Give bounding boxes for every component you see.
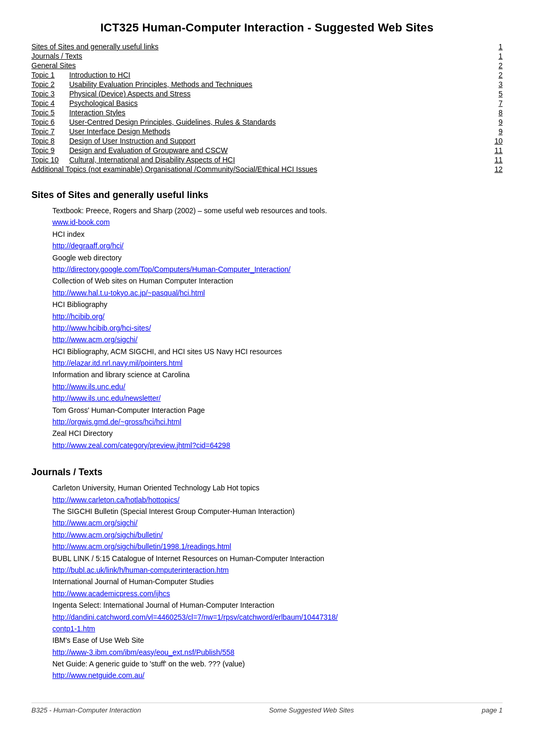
link-hcibib[interactable]: http://hcibib.org/: [52, 312, 105, 321]
toc-row-topic6: Topic 6 User-Centred Design Principles, …: [31, 117, 503, 127]
text-item: Google web directory: [52, 252, 503, 264]
section-heading-journals: Journals / Texts: [31, 467, 503, 478]
footer-center: Some Suggested Web Sites: [269, 706, 354, 714]
section-content-sites: Textbook: Preece, Rogers and Sharp (2002…: [31, 205, 503, 451]
text-item: HCI Bibliography, ACM SIGCHI, and HCI si…: [52, 346, 503, 357]
link-acm-sigchi-2[interactable]: http://www.acm.org/sigchi/: [52, 519, 138, 527]
toc-row-topic9: Topic 9 Design and Evaluation of Groupwa…: [31, 146, 503, 155]
link-netguide[interactable]: http://www.netguide.com.au/: [52, 671, 144, 680]
text-item: The SIGCHI Bulletin (Special Interest Gr…: [52, 506, 503, 517]
section-heading-sites: Sites of Sites and generally useful link…: [31, 190, 503, 201]
text-item: IBM's Ease of Use Web Site: [52, 634, 503, 646]
toc-row-topic1: Topic 1 Introduction to HCI 2: [31, 70, 503, 80]
link-degraaff[interactable]: http://degraaff.org/hci/: [52, 242, 124, 250]
text-item: BUBL LINK / 5:15 Catalogue of Internet R…: [52, 553, 503, 564]
toc-row-journals: Journals / Texts 1: [31, 51, 503, 61]
text-item: Information and library science at Carol…: [52, 369, 503, 380]
text-item: Textbook: Preece, Rogers and Sharp (2002…: [52, 205, 503, 216]
link-ibm[interactable]: http://www-3.ibm.com/ibm/easy/eou_ext.ns…: [52, 648, 235, 656]
toc-row-topic7: Topic 7 User Interface Design Methods 9: [31, 127, 503, 136]
toc-row-additional: Additional Topics (not examinable) Organ…: [31, 165, 503, 174]
link-acm-sigchi-1[interactable]: http://www.acm.org/sigchi/: [52, 335, 138, 344]
toc-row-topic5: Topic 5 Interaction Styles 8: [31, 108, 503, 117]
link-google-dir[interactable]: http://directory.google.com/Top/Computer…: [52, 265, 291, 273]
toc-row-topic8: Topic 8 Design of User Instruction and S…: [31, 136, 503, 146]
footer-right: page 1: [482, 706, 503, 714]
text-item: Collection of Web sites on Human Compute…: [52, 275, 503, 287]
toc-row-topic4: Topic 4 Psychological Basics 7: [31, 98, 503, 108]
text-item: Tom Gross' Human-Computer Interaction Pa…: [52, 404, 503, 416]
link-carleton[interactable]: http://www.carleton.ca/hotlab/hottopics/: [52, 496, 180, 504]
link-ingenta[interactable]: http://dandini.catchword.com/vl=4460253/…: [52, 613, 338, 633]
link-id-book[interactable]: www.id-book.com: [52, 218, 110, 226]
link-sigchi-bulletin[interactable]: http://www.acm.org/sigchi/bulletin/: [52, 531, 163, 539]
text-item: HCI index: [52, 228, 503, 240]
toc-row-topic3: Topic 3 Physical (Device) Aspects and St…: [31, 89, 503, 98]
text-item: Ingenta Select: International Journal of…: [52, 599, 503, 611]
toc-row-topic2: Topic 2 Usability Evaluation Principles,…: [31, 80, 503, 89]
link-sigchi-readings[interactable]: http://www.acm.org/sigchi/bulletin/1998.…: [52, 542, 231, 551]
section-content-journals: Carleton University, Human Oriented Tech…: [31, 482, 503, 682]
link-hcibib-sites[interactable]: http://www.hcibib.org/hci-sites/: [52, 324, 151, 332]
link-ils-newsletter[interactable]: http://www.ils.unc.edu/newsletter/: [52, 394, 161, 402]
toc-table: Sites of Sites and generally useful link…: [31, 42, 503, 174]
text-item: Zeal HCI Directory: [52, 428, 503, 439]
text-item: Net Guide: A generic guide to 'stuff' on…: [52, 658, 503, 670]
footer-left: B325 - Human-Computer Interaction: [31, 706, 141, 714]
page-footer: B325 - Human-Computer Interaction Some S…: [31, 703, 503, 714]
link-zeal[interactable]: http://www.zeal.com/category/preview.jht…: [52, 441, 230, 450]
page-title: ICT325 Human-Computer Interaction - Sugg…: [31, 21, 503, 35]
link-ils-unc[interactable]: http://www.ils.unc.edu/: [52, 382, 125, 391]
link-navy[interactable]: http://elazar.itd.nrl.navy.mil/pointers.…: [52, 359, 183, 367]
link-hal-tokyo[interactable]: http://www.hal.t.u-tokyo.ac.jp/~pasqual/…: [52, 289, 205, 297]
text-item: International Journal of Human-Computer …: [52, 576, 503, 587]
text-item: HCI Bibliography: [52, 299, 503, 310]
toc-row-general: General Sites 2: [31, 61, 503, 70]
toc-row-sites: Sites of Sites and generally useful link…: [31, 42, 503, 51]
link-ijhcs[interactable]: http://www.academicpress.com/ijhcs: [52, 589, 170, 598]
link-tom-gross[interactable]: http://orgwis.gmd.de/~gross/hci/hci.html: [52, 418, 181, 426]
link-bubl[interactable]: http://bubl.ac.uk/link/h/human-computeri…: [52, 566, 229, 574]
toc-row-topic10: Topic 10 Cultural, International and Dis…: [31, 155, 503, 165]
text-item: Carleton University, Human Oriented Tech…: [52, 482, 503, 494]
